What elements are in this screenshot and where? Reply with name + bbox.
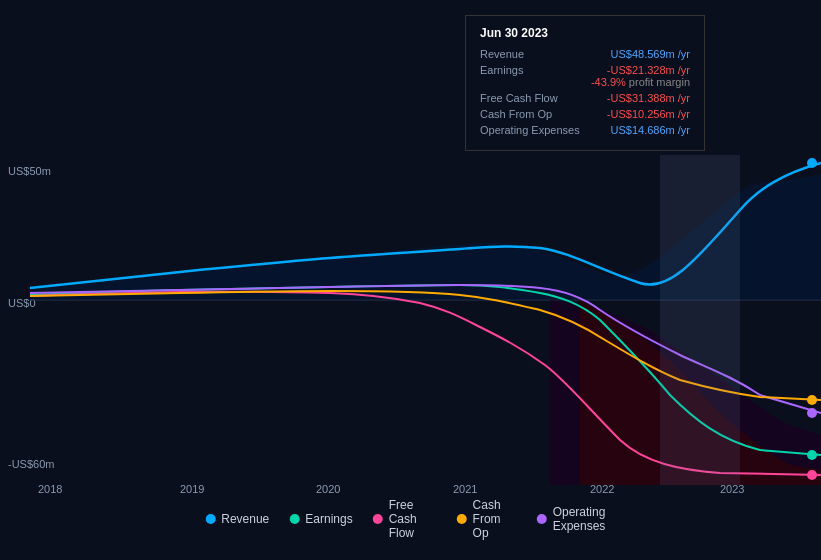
tooltip-label-cashop: Cash From Op bbox=[480, 108, 552, 120]
cashop-dot bbox=[807, 395, 817, 405]
tooltip-row-earnings: Earnings -US$21.328m /yr -43.9% profit m… bbox=[480, 64, 690, 88]
x-label-2022: 2022 bbox=[590, 483, 614, 495]
legend-dot-opex bbox=[537, 514, 547, 524]
x-label-2021: 2021 bbox=[453, 483, 477, 495]
legend-dot-revenue bbox=[205, 514, 215, 524]
tooltip-label-fcf: Free Cash Flow bbox=[480, 92, 558, 104]
tooltip-row-opex: Operating Expenses US$14.686m /yr bbox=[480, 124, 690, 136]
tooltip-date: Jun 30 2023 bbox=[480, 26, 690, 40]
legend-label-earnings: Earnings bbox=[305, 512, 352, 526]
legend-dot-earnings bbox=[289, 514, 299, 524]
legend-label-opex: Operating Expenses bbox=[553, 505, 616, 533]
x-label-2019: 2019 bbox=[180, 483, 204, 495]
legend-item-revenue[interactable]: Revenue bbox=[205, 512, 269, 526]
tooltip-value-earnings: -US$21.328m /yr bbox=[607, 64, 690, 76]
tooltip-profit-margin: -43.9% profit margin bbox=[591, 76, 690, 88]
tooltip-value-earnings-group: -US$21.328m /yr -43.9% profit margin bbox=[591, 64, 690, 88]
legend-item-earnings[interactable]: Earnings bbox=[289, 512, 352, 526]
tooltip-label-revenue: Revenue bbox=[480, 48, 524, 60]
tooltip-row-cashop: Cash From Op -US$10.256m /yr bbox=[480, 108, 690, 120]
tooltip-row-fcf: Free Cash Flow -US$31.388m /yr bbox=[480, 92, 690, 104]
tooltip-value-opex: US$14.686m /yr bbox=[611, 124, 690, 136]
chart-legend: Revenue Earnings Free Cash Flow Cash Fro… bbox=[205, 498, 616, 540]
legend-item-opex[interactable]: Operating Expenses bbox=[537, 505, 616, 533]
tooltip-value-revenue: US$48.569m /yr bbox=[611, 48, 690, 60]
earnings-dot bbox=[807, 450, 817, 460]
legend-label-revenue: Revenue bbox=[221, 512, 269, 526]
tooltip-box: Jun 30 2023 Revenue US$48.569m /yr Earni… bbox=[465, 15, 705, 151]
x-label-2020: 2020 bbox=[316, 483, 340, 495]
legend-dot-cashop bbox=[457, 514, 467, 524]
tooltip-row-revenue: Revenue US$48.569m /yr bbox=[480, 48, 690, 60]
tooltip-label-opex: Operating Expenses bbox=[480, 124, 580, 136]
legend-item-cashop[interactable]: Cash From Op bbox=[457, 498, 517, 540]
fcf-dot bbox=[807, 470, 817, 480]
tooltip-value-cashop: -US$10.256m /yr bbox=[607, 108, 690, 120]
tooltip-label-earnings: Earnings bbox=[480, 64, 523, 76]
legend-dot-fcf bbox=[373, 514, 383, 524]
legend-label-cashop: Cash From Op bbox=[473, 498, 517, 540]
opex-dot bbox=[807, 408, 817, 418]
legend-label-fcf: Free Cash Flow bbox=[389, 498, 437, 540]
highlight-bar bbox=[660, 155, 740, 485]
x-label-2018: 2018 bbox=[38, 483, 62, 495]
legend-item-fcf[interactable]: Free Cash Flow bbox=[373, 498, 437, 540]
revenue-dot bbox=[807, 158, 817, 168]
chart-container: Jun 30 2023 Revenue US$48.569m /yr Earni… bbox=[0, 0, 821, 560]
tooltip-value-fcf: -US$31.388m /yr bbox=[607, 92, 690, 104]
